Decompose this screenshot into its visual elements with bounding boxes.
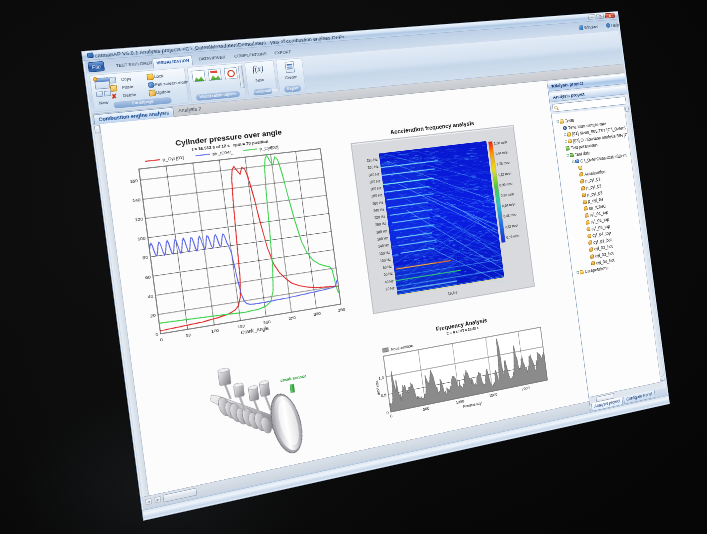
svg-text:Frequency: Frequency (463, 401, 483, 409)
svg-text:crank sensor: crank sensor (280, 374, 307, 383)
svg-text:str_IE04/_: str_IE04/_ (212, 150, 234, 157)
svg-text:160: 160 (130, 178, 139, 184)
svg-text:100: 100 (211, 328, 220, 334)
svg-text:60: 60 (145, 274, 151, 280)
svg-text:300: 300 (313, 311, 321, 317)
svg-text:200: 200 (263, 319, 271, 325)
svg-text:40: 40 (147, 294, 153, 300)
svg-text:0: 0 (155, 332, 159, 337)
svg-text:20: 20 (150, 313, 156, 319)
svg-text:500: 500 (423, 406, 430, 412)
svg-text:1,0: 1,0 (378, 375, 384, 381)
svg-text:250: 250 (288, 315, 296, 321)
svg-text:2000: 2000 (521, 386, 530, 392)
svg-text:m/s² rms: m/s² rms (375, 380, 381, 396)
svg-text:50: 50 (185, 333, 191, 339)
svg-text:0: 0 (390, 414, 393, 419)
svg-text:80: 80 (142, 255, 148, 260)
svg-text:140: 140 (132, 198, 141, 204)
svg-text:1500: 1500 (489, 392, 498, 398)
svg-text:100: 100 (137, 236, 146, 242)
svg-text:350: 350 (338, 307, 346, 313)
svg-text:0: 0 (160, 337, 164, 342)
svg-text:120: 120 (135, 217, 144, 223)
svg-text:0: 0 (386, 410, 389, 415)
svg-text:p_Cyl [01]: p_Cyl [01] (162, 155, 184, 162)
svg-text:p_Cyl[02]: p_Cyl[02] (259, 145, 279, 152)
svg-text:Acceleration: Acceleration (390, 343, 413, 352)
svg-text:0,5: 0,5 (381, 393, 387, 399)
